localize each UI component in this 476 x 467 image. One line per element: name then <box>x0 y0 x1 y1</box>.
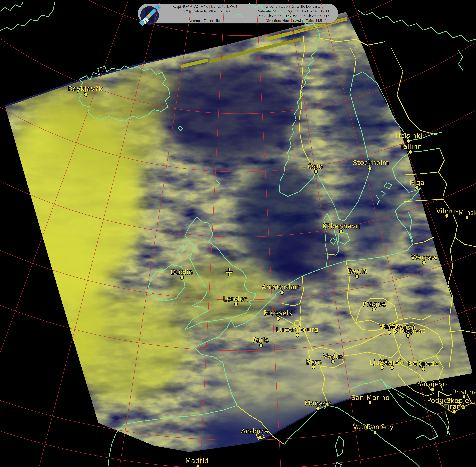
city-dot <box>180 275 184 280</box>
city-dot <box>196 464 200 467</box>
city-dot <box>259 343 263 348</box>
city-dot <box>277 316 280 321</box>
city-label: Bern <box>306 358 322 366</box>
city-label: London <box>223 295 248 303</box>
city-label: Zagreb <box>379 359 404 366</box>
city-label: Oslo <box>308 162 323 170</box>
city-dot <box>234 302 238 306</box>
city-dot <box>465 216 469 220</box>
city-label: Luxembourg <box>276 325 318 333</box>
city-label: K?benhavn <box>322 222 360 230</box>
city-dot <box>368 401 372 405</box>
city-label: Budapest <box>393 327 425 335</box>
city-label: Pristina <box>452 388 476 396</box>
city-dot <box>388 330 391 335</box>
city-dot <box>368 167 372 171</box>
city-label: Madrid <box>185 457 209 465</box>
city-label: Tallinn <box>400 143 422 150</box>
city-dot <box>355 274 359 279</box>
city-dot <box>312 365 315 369</box>
city-dot <box>331 359 334 363</box>
city-label: Sarajevo <box>417 380 447 388</box>
city-dot <box>258 435 261 440</box>
city-dot <box>431 387 434 392</box>
city-label: Monaco <box>305 399 331 407</box>
city-label: Brussels <box>263 309 292 317</box>
city-dot <box>452 410 456 414</box>
city-label: Reykjav?k <box>68 85 103 92</box>
city-layer: Reykjav?k Oslo Stockholm Helsinki Tallin… <box>0 0 476 467</box>
city-label: Prague <box>362 300 386 308</box>
city-label: Rome <box>367 423 386 431</box>
city-label: Amsterdam <box>262 283 301 291</box>
satellite-pass-image: RaspiNOAA V2 | V4.0 | Build: 13-BW64 htt… <box>0 0 476 467</box>
city-label: Andorra <box>241 427 268 435</box>
city-dot <box>296 333 299 337</box>
city-label: Vilnius <box>436 207 459 215</box>
city-dot <box>422 260 425 265</box>
city-label: Helsinki <box>395 132 422 139</box>
city-label: Berlin <box>347 267 368 275</box>
city-label: Dublin <box>171 268 193 276</box>
city-dot <box>445 214 449 218</box>
city-dot <box>372 307 375 311</box>
city-dot <box>314 169 318 174</box>
city-dot <box>316 406 320 411</box>
ground-station-marker <box>226 268 232 276</box>
city-label: Tirana <box>444 402 465 410</box>
city-label: Vaduz <box>323 352 344 360</box>
city-dot <box>409 150 412 154</box>
city-dot <box>390 365 394 370</box>
city-label: Paris <box>252 336 269 344</box>
city-dot <box>84 92 88 97</box>
city-dot <box>422 367 425 371</box>
city-dot <box>406 333 410 338</box>
city-dot <box>281 290 284 295</box>
city-label: Warsaw <box>411 253 438 261</box>
city-label: Stockholm <box>353 159 389 167</box>
city-label: San Marino <box>351 394 390 401</box>
city-dot <box>339 229 343 234</box>
city-label: Belgrade <box>408 360 438 367</box>
city-dot <box>373 430 377 435</box>
cross-horizontal-bar <box>226 272 232 273</box>
city-dot <box>415 185 418 190</box>
city-label: Minsk <box>458 209 476 216</box>
